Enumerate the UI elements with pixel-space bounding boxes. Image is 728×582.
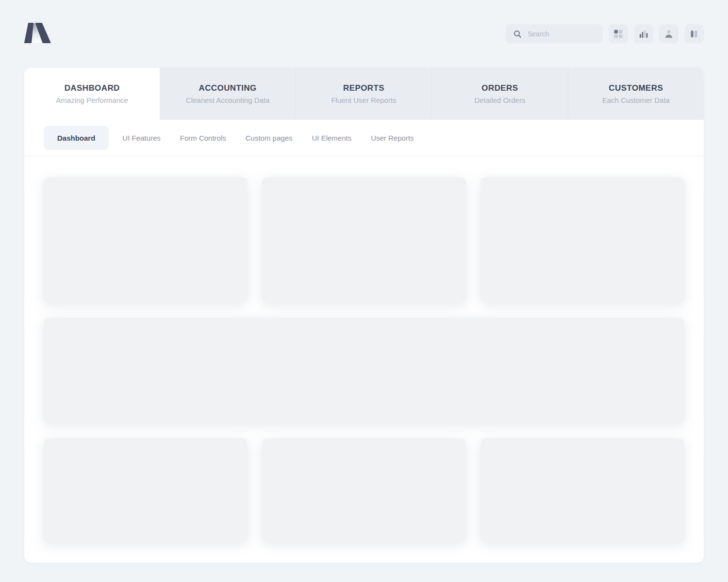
tab-subtitle: Fluent User Reports — [331, 96, 396, 104]
placeholder-card — [480, 177, 684, 303]
tab-accounting[interactable]: ACCOUNTING Cleanest Accounting Data — [160, 68, 295, 120]
tab-title: ORDERS — [481, 83, 518, 93]
card-row-middle — [44, 318, 684, 423]
tab-subtitle: Detailed Orders — [474, 96, 525, 104]
bar-chart-icon — [638, 29, 649, 39]
layout-button[interactable] — [684, 24, 704, 44]
tab-title: DASHBOARD — [65, 83, 120, 93]
tab-subtitle: Each Customer Data — [602, 96, 670, 104]
top-bar — [0, 0, 728, 68]
tab-customers[interactable]: CUSTOMERS Each Customer Data — [568, 68, 704, 120]
placeholder-card — [44, 438, 248, 543]
placeholder-card — [262, 177, 466, 303]
main-panel: DASHBOARD Amazing Performance ACCOUNTING… — [24, 68, 704, 563]
tab-reports[interactable]: REPORTS Fluent User Reports — [296, 68, 431, 120]
subnav-item-user-reports[interactable]: User Reports — [361, 126, 423, 150]
tab-title: CUSTOMERS — [609, 83, 663, 93]
subnav-item-ui-elements[interactable]: UI Elements — [302, 126, 361, 150]
placeholder-card — [480, 438, 684, 543]
placeholder-card-wide — [44, 318, 684, 423]
user-icon — [663, 29, 674, 39]
columns-icon — [689, 29, 699, 39]
tab-subtitle: Cleanest Accounting Data — [186, 96, 270, 104]
tab-dashboard[interactable]: DASHBOARD Amazing Performance — [24, 68, 160, 120]
m-logo-icon — [24, 23, 52, 43]
card-row-top — [44, 177, 684, 303]
search-input[interactable] — [527, 30, 597, 38]
grid-icon — [613, 29, 624, 39]
placeholder-card — [262, 438, 466, 543]
search-box[interactable] — [506, 24, 603, 44]
search-icon — [513, 30, 522, 38]
profile-button[interactable] — [659, 24, 678, 44]
tab-title: REPORTS — [343, 83, 384, 93]
top-bar-actions — [506, 24, 704, 44]
content-area — [24, 156, 704, 563]
analytics-button[interactable] — [634, 24, 653, 44]
card-row-bottom — [44, 438, 684, 543]
tab-title: ACCOUNTING — [199, 83, 257, 93]
primary-tabs: DASHBOARD Amazing Performance ACCOUNTING… — [24, 68, 704, 120]
secondary-nav: Dashboard UI Features Form Controls Cust… — [24, 120, 704, 156]
tab-orders[interactable]: ORDERS Detailed Orders — [431, 68, 567, 120]
subnav-item-dashboard[interactable]: Dashboard — [44, 126, 109, 150]
subnav-item-form-controls[interactable]: Form Controls — [170, 126, 236, 150]
placeholder-card — [44, 177, 248, 303]
grid-button[interactable] — [609, 24, 628, 44]
app-logo[interactable] — [24, 25, 52, 43]
tab-subtitle: Amazing Performance — [56, 96, 128, 104]
subnav-item-custom-pages[interactable]: Custom pages — [236, 126, 302, 150]
subnav-item-ui-features[interactable]: UI Features — [113, 126, 170, 150]
